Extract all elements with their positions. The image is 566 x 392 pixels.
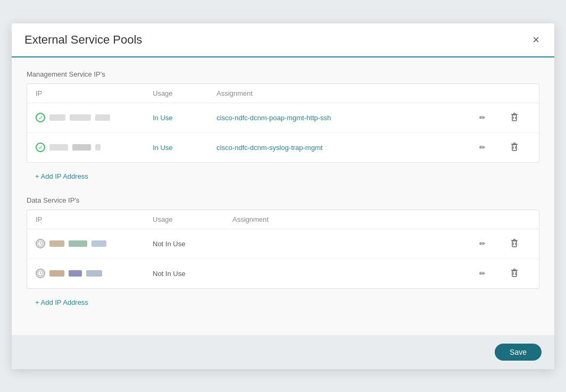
data-ip-cell-2 <box>36 269 153 278</box>
mgmt-col-edit <box>467 89 498 97</box>
data-delete-button-1[interactable] <box>498 236 530 252</box>
svg-line-12 <box>40 244 42 245</box>
data-section: Data Service IP's IP Usage Assignment <box>27 196 539 312</box>
ip-d-segment-2a <box>49 270 64 277</box>
data-table-header: IP Usage Assignment <box>27 210 539 229</box>
modal-header: External Service Pools × <box>12 23 554 57</box>
management-table-header: IP Usage Assignment <box>27 84 539 103</box>
ip-segment-1a <box>49 114 65 121</box>
modal-body: Management Service IP's IP Usage Assignm… <box>12 57 554 335</box>
management-section-title: Management Service IP's <box>27 70 539 78</box>
svg-rect-21 <box>512 271 517 277</box>
mgmt-delete-button-1[interactable] <box>498 110 530 126</box>
data-col-assignment: Assignment <box>232 215 467 223</box>
data-add-ip-button[interactable]: + Add IP Address <box>27 293 97 312</box>
mgmt-col-ip: IP <box>36 89 153 97</box>
mgmt-ip-cell-1: ✓ <box>36 113 153 122</box>
trash-icon-2 <box>510 141 519 152</box>
data-delete-button-2[interactable] <box>498 265 530 282</box>
ip-segment-2b <box>72 144 91 151</box>
mgmt-add-ip-button[interactable]: + Add IP Address <box>27 167 97 186</box>
data-usage-1: Not In Use <box>153 240 232 248</box>
close-button[interactable]: × <box>530 32 542 48</box>
modal-title: External Service Pools <box>24 33 142 47</box>
data-col-delete <box>498 215 530 223</box>
svg-line-20 <box>40 273 42 274</box>
trash-icon-d2 <box>510 268 519 278</box>
ip-d-segment-1c <box>91 240 106 247</box>
table-row: ✓ In Use cisco-ndfc-dcnm-syslog-trap-mgm… <box>27 133 539 162</box>
data-col-usage: Usage <box>153 215 232 223</box>
ip-d-segment-1b <box>69 240 87 247</box>
mgmt-col-assignment: Assignment <box>217 89 467 97</box>
data-usage-2: Not In Use <box>153 270 232 278</box>
ip-d-segment-2c <box>86 270 102 277</box>
mgmt-col-delete <box>498 89 530 97</box>
table-row: ✓ In Use cisco-ndfc-dcnm-poap-mgmt-http-… <box>27 103 539 133</box>
ip-segment-2a <box>49 144 68 151</box>
data-edit-button-1[interactable]: ✏ <box>467 237 498 250</box>
trash-icon-1 <box>510 112 519 122</box>
mgmt-usage-2: In Use <box>153 144 217 152</box>
mgmt-edit-button-1[interactable]: ✏ <box>467 111 498 124</box>
clock-icon-2 <box>36 269 45 278</box>
clock-icon-1 <box>36 239 45 248</box>
ip-d-segment-1a <box>49 240 64 247</box>
table-row: Not In Use ✏ <box>27 229 539 259</box>
mgmt-assignment-1: cisco-ndfc-dcnm-poap-mgmt-http-ssh <box>217 114 467 122</box>
mgmt-usage-1: In Use <box>153 114 217 122</box>
svg-rect-5 <box>512 145 517 151</box>
check-icon-2: ✓ <box>36 143 45 152</box>
data-section-title: Data Service IP's <box>27 196 539 204</box>
mgmt-col-usage: Usage <box>153 89 217 97</box>
data-ip-cell-1 <box>36 239 153 248</box>
mgmt-delete-button-2[interactable] <box>498 139 530 156</box>
ip-segment-1b <box>70 114 91 121</box>
check-icon-1: ✓ <box>36 113 45 122</box>
data-col-edit <box>467 215 498 223</box>
data-col-ip: IP <box>36 215 153 223</box>
svg-rect-13 <box>512 241 517 247</box>
management-section: Management Service IP's IP Usage Assignm… <box>27 70 539 186</box>
mgmt-assignment-2: cisco-ndfc-dcnm-syslog-trap-mgmt <box>217 144 467 152</box>
ip-d-segment-2b <box>69 270 82 277</box>
ip-segment-2c <box>95 144 101 151</box>
mgmt-ip-cell-2: ✓ <box>36 143 153 152</box>
svg-rect-0 <box>512 115 517 121</box>
mgmt-edit-button-2[interactable]: ✏ <box>467 141 498 154</box>
data-edit-button-2[interactable]: ✏ <box>467 267 498 280</box>
ip-segment-1c <box>95 114 110 121</box>
modal-overlay: External Service Pools × Management Serv… <box>0 0 566 392</box>
management-table: IP Usage Assignment ✓ <box>27 84 539 163</box>
modal-dialog: External Service Pools × Management Serv… <box>12 23 554 369</box>
trash-icon-d1 <box>510 238 519 248</box>
save-button[interactable]: Save <box>495 344 542 361</box>
data-table: IP Usage Assignment <box>27 210 539 289</box>
table-row: Not In Use ✏ <box>27 259 539 288</box>
modal-footer: Save <box>12 335 554 369</box>
